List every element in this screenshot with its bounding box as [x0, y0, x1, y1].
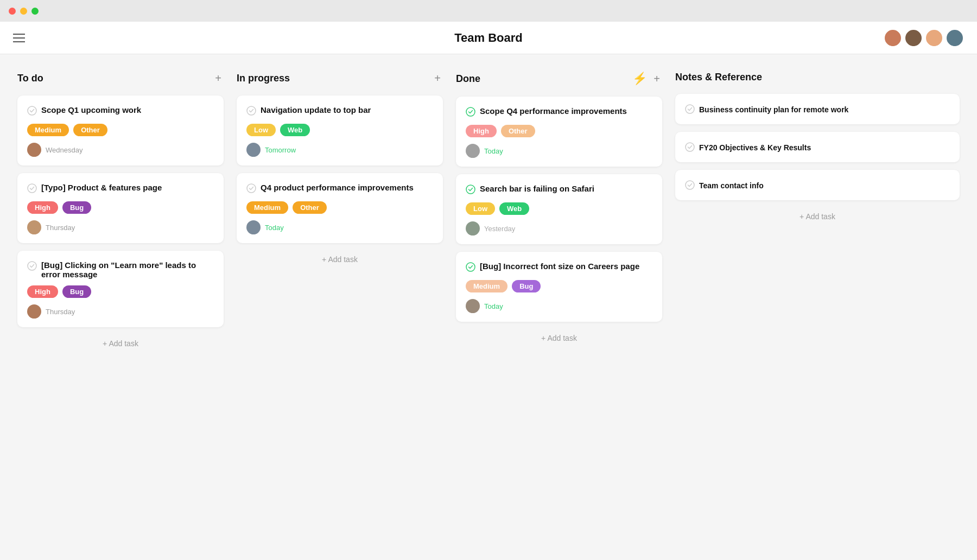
- add-task-notes-button[interactable]: + Add task: [675, 208, 960, 225]
- note-2: FY20 Objectives & Key Results: [675, 132, 960, 162]
- card-done-2-footer: Yesterday: [466, 221, 652, 236]
- tag-medium-2: Medium: [246, 201, 288, 214]
- add-inprogress-button[interactable]: +: [432, 72, 443, 85]
- card-prog-1-footer: Tomorrow: [246, 143, 433, 157]
- avatar-todo-3: [27, 304, 41, 319]
- tag-bug: Bug: [62, 201, 91, 214]
- tag-high-done: High: [466, 125, 497, 137]
- svg-point-10: [30, 151, 39, 157]
- card-done-3-footer: Today: [466, 299, 652, 313]
- date-prog-1: Tomorrow: [265, 146, 296, 154]
- card-done-3-title: [Bug] Incorrect font size on Careers pag…: [466, 262, 652, 273]
- column-done-actions: ⚡ +: [632, 72, 662, 86]
- svg-point-23: [466, 107, 475, 116]
- svg-point-12: [31, 223, 37, 228]
- app-header: Team Board: [0, 22, 977, 54]
- card-prog-1: Navigation update to top bar Low Web Tom…: [237, 96, 443, 166]
- page-title: Team Board: [454, 31, 523, 45]
- lightning-icon: ⚡: [632, 72, 647, 86]
- card-done-2: Search bar is failing on Safari Low Web …: [456, 174, 662, 244]
- dot-yellow[interactable]: [20, 8, 27, 15]
- add-task-inprogress-button[interactable]: + Add task: [237, 251, 443, 268]
- svg-point-16: [30, 313, 39, 319]
- svg-point-11: [28, 184, 36, 193]
- tag-medium: Medium: [27, 124, 69, 136]
- svg-point-27: [470, 224, 475, 230]
- avatar-todo-1: [27, 143, 41, 157]
- card-todo-2-title: [Typo] Product & features page: [27, 183, 214, 195]
- avatar-1: [884, 29, 902, 47]
- card-todo-3-title: [Bug] Clicking on "Learn more" leads to …: [27, 260, 214, 279]
- svg-point-0: [890, 33, 896, 39]
- column-notes: Notes & Reference Business continuity pl…: [675, 72, 960, 225]
- card-prog-2: Q4 product performance improvements Medi…: [237, 173, 443, 243]
- add-done-button[interactable]: +: [651, 72, 662, 85]
- card-done-3-tags: Medium Bug: [466, 280, 652, 292]
- board-wrapper: To do + Scope Q1 upcoming work Medium Ot…: [0, 54, 977, 560]
- card-done-2-tags: Low Web: [466, 202, 652, 215]
- card-todo-2: [Typo] Product & features page High Bug …: [17, 173, 224, 243]
- date-done-2: Yesterday: [484, 225, 515, 233]
- svg-point-9: [31, 145, 37, 151]
- titlebar: [0, 0, 977, 22]
- tag-other-2: Other: [293, 201, 327, 214]
- tag-web-done: Web: [499, 202, 529, 215]
- avatar-done-1: [466, 144, 480, 158]
- avatar-prog-1: [246, 143, 261, 157]
- check-icon-prog-2: [246, 183, 256, 195]
- tag-high: High: [27, 201, 58, 214]
- card-todo-3: [Bug] Clicking on "Learn more" leads to …: [17, 251, 224, 327]
- svg-point-20: [247, 184, 256, 193]
- add-task-done-button[interactable]: + Add task: [456, 329, 662, 347]
- add-task-todo-button[interactable]: + Add task: [17, 335, 224, 352]
- card-todo-3-footer: Thursday: [27, 304, 214, 319]
- avatar-done-3: [466, 299, 480, 313]
- tag-other: Other: [73, 124, 107, 136]
- column-todo-header: To do +: [17, 72, 224, 85]
- svg-point-24: [470, 147, 475, 152]
- date-todo-1: Wednesday: [46, 146, 83, 154]
- note-2-title: FY20 Objectives & Key Results: [685, 142, 950, 154]
- dot-green[interactable]: [31, 8, 39, 15]
- svg-point-34: [686, 181, 694, 189]
- column-notes-title: Notes & Reference: [675, 72, 762, 83]
- hamburger-icon[interactable]: [13, 34, 25, 42]
- note-1-title: Business continuity plan for remote work: [685, 104, 950, 116]
- svg-point-14: [28, 262, 36, 270]
- svg-point-32: [686, 105, 694, 113]
- card-done-1-tags: High Other: [466, 125, 652, 137]
- column-done-header: Done ⚡ +: [456, 72, 662, 86]
- date-prog-2: Today: [265, 224, 284, 232]
- check-icon-todo-3: [27, 261, 37, 272]
- column-done: Done ⚡ + Scope Q4 performance improvemen…: [456, 72, 662, 347]
- avatar-done-2: [466, 221, 480, 236]
- check-icon-done-1: [466, 107, 475, 118]
- card-done-1-footer: Today: [466, 144, 652, 158]
- add-todo-button[interactable]: +: [213, 72, 224, 85]
- card-prog-2-tags: Medium Other: [246, 201, 433, 214]
- card-done-3: [Bug] Incorrect font size on Careers pag…: [456, 252, 662, 322]
- svg-point-7: [949, 39, 960, 46]
- check-icon-prog-1: [246, 106, 256, 117]
- svg-point-13: [30, 228, 39, 234]
- column-inprogress-title: In progress: [237, 73, 290, 84]
- card-todo-2-tags: High Bug: [27, 201, 214, 214]
- svg-point-6: [951, 33, 958, 39]
- date-done-3: Today: [484, 302, 503, 310]
- card-prog-1-title: Navigation update to top bar: [246, 105, 433, 117]
- svg-point-17: [247, 106, 256, 115]
- card-todo-2-footer: Thursday: [27, 220, 214, 234]
- note-1: Business continuity plan for remote work: [675, 94, 960, 124]
- check-icon-note-3: [685, 180, 695, 192]
- check-icon-note-1: [685, 104, 695, 116]
- svg-point-2: [910, 33, 917, 39]
- check-icon-todo-1: [27, 106, 37, 117]
- tag-other-done: Other: [501, 125, 535, 137]
- date-todo-3: Thursday: [46, 308, 75, 316]
- card-done-1: Scope Q4 performance improvements High O…: [456, 97, 662, 167]
- tag-web: Web: [280, 124, 310, 136]
- dot-red[interactable]: [9, 8, 16, 15]
- avatar-prog-2: [246, 220, 261, 234]
- column-todo-title: To do: [17, 73, 43, 84]
- note-3: Team contact info: [675, 170, 960, 200]
